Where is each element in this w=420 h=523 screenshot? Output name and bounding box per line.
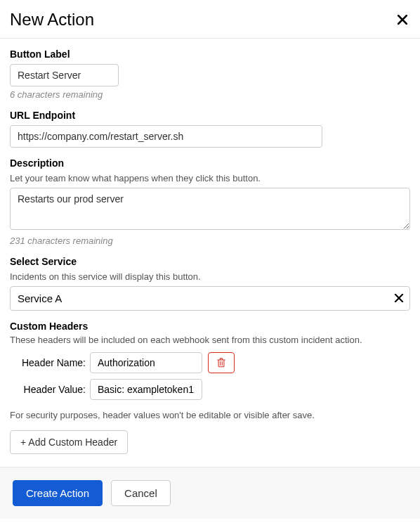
button-label-label: Button Label <box>10 49 410 60</box>
header-name-label: Header Name: <box>20 357 86 368</box>
description-input[interactable] <box>10 188 410 230</box>
select-service-help: Incidents on this service will display t… <box>10 271 410 282</box>
description-help: Let your team know what happens when the… <box>10 173 410 183</box>
cancel-button[interactable]: Cancel <box>111 480 171 506</box>
button-label-field: Button Label 6 characters remaining <box>10 49 410 100</box>
description-char-count: 231 characters remaining <box>10 235 410 246</box>
close-icon <box>398 15 407 25</box>
dialog-body: Button Label 6 characters remaining URL … <box>0 39 420 467</box>
description-field: Description Let your team know what happ… <box>10 157 410 246</box>
select-service-label: Select Service <box>10 256 410 267</box>
service-clear-button[interactable] <box>395 292 403 305</box>
url-endpoint-input[interactable] <box>10 125 322 148</box>
trash-icon <box>216 358 226 368</box>
dialog-footer: Create Action Cancel <box>0 467 420 519</box>
url-endpoint-field: URL Endpoint <box>10 110 410 148</box>
service-select[interactable]: Service A <box>10 286 410 311</box>
headers-body: Header Name: Header Value: <box>10 352 410 400</box>
add-custom-header-button[interactable]: + Add Custom Header <box>10 430 128 454</box>
close-icon <box>395 294 403 302</box>
description-label: Description <box>10 157 410 169</box>
header-name-input[interactable] <box>90 352 202 373</box>
service-select-wrapper: Service A <box>10 286 410 311</box>
header-value-label: Header Value: <box>20 384 86 395</box>
close-button[interactable] <box>395 15 410 25</box>
button-label-input[interactable] <box>10 64 119 86</box>
new-action-dialog: New Action Button Label 6 characters rem… <box>0 0 420 519</box>
header-name-row: Header Name: <box>10 352 410 373</box>
button-label-char-count: 6 characters remaining <box>10 89 410 100</box>
security-note: For security purposes, header values won… <box>10 410 410 420</box>
select-service-field: Select Service Incidents on this service… <box>10 256 410 311</box>
delete-header-button[interactable] <box>208 352 235 373</box>
custom-headers-label: Custom Headers <box>10 321 410 332</box>
header-value-row: Header Value: <box>10 379 410 400</box>
url-endpoint-label: URL Endpoint <box>10 110 410 121</box>
dialog-title: New Action <box>10 10 94 30</box>
custom-headers-help: These headers will be included on each w… <box>10 335 410 345</box>
header-value-input[interactable] <box>90 379 202 400</box>
custom-headers-field: Custom Headers These headers will be inc… <box>10 321 410 454</box>
dialog-header: New Action <box>0 0 420 39</box>
create-action-button[interactable]: Create Action <box>13 480 103 506</box>
